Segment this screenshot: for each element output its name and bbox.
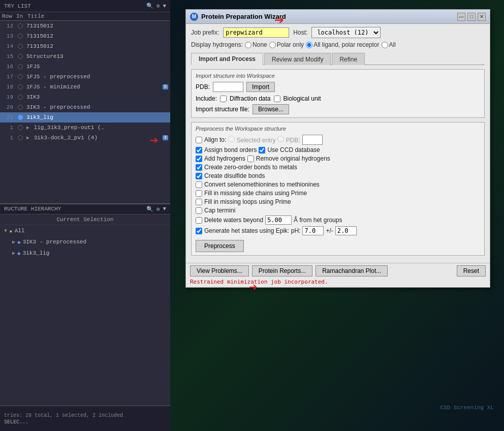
search-icon[interactable]: 🔍 xyxy=(146,206,153,212)
assign-bond-orders-checkbox[interactable] xyxy=(196,147,202,153)
selenomethionines-row: Convert selenomethionines to methionines xyxy=(196,181,480,188)
list-item[interactable]: 19 3IK3 xyxy=(0,92,170,102)
het-states-ph-range-input[interactable] xyxy=(335,226,357,235)
biological-unit-checkbox[interactable] xyxy=(274,96,280,102)
assign-bond-orders-label: Assign bond orders xyxy=(204,146,257,153)
remove-original-h-label: Remove original hydrogens xyxy=(256,155,330,162)
side-chains-checkbox[interactable] xyxy=(196,190,202,197)
reset-button[interactable]: Reset xyxy=(457,265,486,276)
list-item[interactable]: 14 71315012 xyxy=(0,41,170,51)
window-controls: — □ ✕ xyxy=(457,13,486,21)
minimize-button[interactable]: — xyxy=(457,13,465,21)
hierarchy-header: RUCTURE HIERARCHY 🔍 ⚙ ▼ xyxy=(0,204,170,214)
tab-review-and-modify[interactable]: Review and Modify xyxy=(264,53,331,65)
star-icon: ★ xyxy=(9,228,13,234)
add-hydrogens-label: Add hydrogens xyxy=(204,155,245,162)
zero-order-bonds-row: Create zero-order bonds to metals xyxy=(196,164,480,171)
use-ccd-database-checkbox[interactable] xyxy=(259,147,265,153)
file-label: Import structure file: xyxy=(196,106,249,113)
job-prefix-label: Job prefix: xyxy=(191,29,219,36)
hydrogen-polar-option[interactable]: Polar only xyxy=(269,41,304,48)
maximize-button[interactable]: □ xyxy=(467,13,476,21)
align-to-row: Align to: Selected entry PDB: xyxy=(196,135,480,145)
hier-all-label: All xyxy=(15,228,25,234)
gear-icon[interactable]: ⚙ xyxy=(156,206,160,212)
csd-label: CSD Screening XL xyxy=(440,405,494,411)
zero-order-bonds-checkbox[interactable] xyxy=(196,164,202,171)
add-hydrogens-checkbox[interactable] xyxy=(196,156,202,162)
close-button[interactable]: ✕ xyxy=(478,13,486,21)
hydrogen-all-ligand-option[interactable]: All ligand, polar receptor xyxy=(306,41,379,48)
display-hydrogens-row: Display hydrogens: None Polar only All l… xyxy=(191,41,485,48)
expand-arrow: ▶ xyxy=(12,250,15,256)
list-item[interactable]: 1 ▶ 3ik3-dock_2_pv1 (4) 4 xyxy=(0,133,170,143)
pdb-label: PDB: xyxy=(196,83,210,90)
selected-entry-option[interactable]: Selected entry xyxy=(228,136,275,144)
het-states-checkbox[interactable] xyxy=(196,228,202,234)
diffraction-data-checkbox[interactable] xyxy=(220,96,227,102)
list-item-3ik3-lig[interactable]: 21 3ik3_lig xyxy=(0,112,170,122)
status-text: Restrained minimization job incorporated… xyxy=(190,279,486,285)
pdb-align-option[interactable]: PDB: xyxy=(277,136,300,144)
tabs-row: Import and Process Review and Modify Ref… xyxy=(191,52,485,65)
entry-badge: S xyxy=(163,84,168,89)
import-button[interactable]: Import xyxy=(246,82,275,92)
cap-termini-checkbox[interactable] xyxy=(196,207,202,214)
list-item[interactable]: 17 1FJS - preprocessed xyxy=(0,72,170,82)
align-to-checkbox[interactable] xyxy=(196,137,202,143)
col-row: Row xyxy=(2,13,16,19)
loops-checkbox[interactable] xyxy=(196,199,202,205)
dropdown-icon[interactable]: ▼ xyxy=(163,3,166,9)
expand-arrow: ▼ xyxy=(4,228,7,234)
disulfide-bonds-checkbox[interactable] xyxy=(196,173,202,179)
hierarchy-item-all[interactable]: ▼ ★ All xyxy=(0,225,170,236)
list-item-3ik3-preprocessed[interactable]: 20 3IK3 - preprocessed xyxy=(0,102,170,112)
delete-waters-distance-input[interactable] xyxy=(265,216,292,225)
tab-refine[interactable]: Refine xyxy=(332,53,365,65)
import-structure-section: Import structure into Workspace PDB: Imp… xyxy=(191,69,485,118)
hierarchy-item-3ik3lig[interactable]: ▶ ◈ 3ik3_lig xyxy=(0,248,170,259)
side-chains-label: Fill in missing side chains using Prime xyxy=(204,190,307,197)
diffraction-label: Diffraction data xyxy=(230,95,271,102)
gear-icon[interactable]: ⚙ xyxy=(156,3,160,9)
preprocess-section-title: Preprocess the Workspace structure xyxy=(196,126,480,132)
list-item[interactable]: 1 ▶ lig_3ik3_prep-out1 (… xyxy=(0,122,170,133)
dropdown-icon[interactable]: ▼ xyxy=(163,206,166,212)
het-states-ph-input[interactable] xyxy=(302,226,324,235)
host-select[interactable]: localhost (12) xyxy=(311,27,381,38)
biological-unit-label: Biological unit xyxy=(284,95,321,102)
list-item[interactable]: 15 Structure13 xyxy=(0,51,170,61)
entry-count-text: tries: 28 total, 1 selected, 2 included xyxy=(4,413,166,418)
delete-waters-label1: Delete waters beyond xyxy=(204,217,263,224)
list-item[interactable]: 16 1FJS xyxy=(0,61,170,72)
view-problems-button[interactable]: View Problems... xyxy=(190,265,249,276)
ramachandran-plot-button[interactable]: Ramachandran Plot... xyxy=(316,265,388,276)
pdb-align-input[interactable] xyxy=(302,135,323,145)
list-item[interactable]: 18 1FJS - minimized S xyxy=(0,82,170,92)
disulfide-bonds-label: Create disulfide bonds xyxy=(204,172,265,179)
delete-waters-checkbox[interactable] xyxy=(196,217,202,224)
tab-import-and-process[interactable]: Import and Process xyxy=(191,53,263,65)
pdb-input[interactable] xyxy=(213,82,243,92)
search-icon[interactable]: 🔍 xyxy=(146,3,153,9)
use-ccd-database-label: Use CCD database xyxy=(267,146,320,153)
hydrogen-none-option[interactable]: None xyxy=(245,41,267,48)
protein-prep-wizard-dialog: M Protein Preparation Wizard — □ ✕ Job p… xyxy=(185,9,490,288)
hydrogen-all-option[interactable]: All xyxy=(382,41,396,48)
hierarchy-item-3ik3[interactable]: ▶ ◈ 3IK3 - preprocessed xyxy=(0,236,170,248)
hierarchy-title-text: RUCTURE HIERARCHY xyxy=(4,206,61,212)
preprocess-button[interactable]: Preprocess xyxy=(196,240,244,252)
list-item[interactable]: 12 71315012 xyxy=(0,21,170,31)
list-item[interactable]: 13 71315012 xyxy=(0,31,170,41)
selenomethionines-checkbox[interactable] xyxy=(196,181,202,188)
zero-order-bonds-label: Create zero-order bonds to metals xyxy=(204,164,297,171)
disulfide-bonds-row: Create disulfide bonds xyxy=(196,172,480,179)
protein-reports-button[interactable]: Protein Reports... xyxy=(252,265,312,276)
job-prefix-input[interactable] xyxy=(223,27,289,38)
include-label: Include: xyxy=(196,95,217,102)
hier-3ik3lig-label: 3ik3_lig xyxy=(23,250,50,256)
column-headers: Row In Title xyxy=(0,12,170,21)
remove-original-h-checkbox[interactable] xyxy=(247,156,254,162)
browse-button[interactable]: Browse... xyxy=(253,104,289,114)
dialog-title-text: Protein Preparation Wizard xyxy=(201,13,286,20)
